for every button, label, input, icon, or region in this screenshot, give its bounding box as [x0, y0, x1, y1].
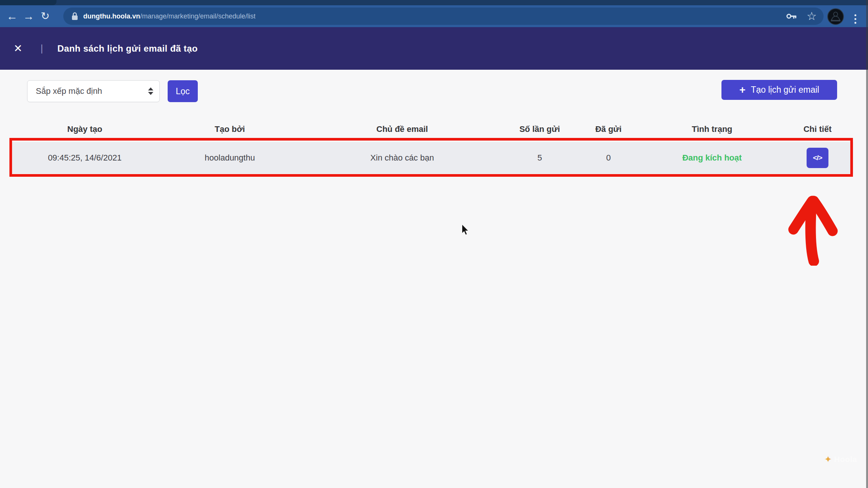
table-row[interactable]: 09:45:25, 14/6/2021 hooladungthu Xin chà…	[9, 142, 853, 174]
browser-tab-strip	[0, 0, 868, 5]
sort-select[interactable]: Sắp xếp mặc định	[27, 80, 160, 102]
address-bar[interactable]: dungthu.hoola.vn/manage/marketing/email/…	[63, 8, 824, 25]
browser-menu-icon[interactable]	[851, 11, 860, 27]
watermark: ✦ Hoola	[824, 454, 857, 465]
annotation-arrow-up-icon	[784, 183, 841, 266]
filter-button[interactable]: Lọc	[168, 80, 198, 102]
profile-avatar[interactable]	[827, 8, 844, 25]
bookmark-star-icon[interactable]: ☆	[807, 11, 817, 22]
create-schedule-button[interactable]: + Tạo lịch gửi email	[721, 80, 837, 100]
cell-created-by: hooladungthu	[160, 153, 300, 163]
url-domain: dungthu.hoola.vn	[83, 12, 140, 20]
plus-icon: +	[740, 85, 746, 95]
col-created-at: Ngày tạo	[9, 124, 160, 134]
cell-created-at: 09:45:25, 14/6/2021	[9, 153, 160, 163]
col-status: Tình trạng	[642, 124, 782, 134]
window-right-edge	[866, 0, 868, 488]
reload-icon[interactable]: ↻	[37, 11, 53, 21]
app-header: ✕ | Danh sách lịch gửi email đã tạo	[0, 27, 868, 70]
cell-sent: 0	[575, 153, 642, 163]
avatar-figure-icon	[828, 9, 843, 24]
close-icon[interactable]: ✕	[14, 43, 22, 54]
browser-tab[interactable]	[0, 0, 57, 5]
lock-icon	[72, 12, 78, 20]
back-icon[interactable]: ←	[4, 11, 20, 22]
status-badge: Đang kích hoạt	[642, 153, 782, 163]
sort-select-value: Sắp xếp mặc định	[36, 86, 102, 96]
col-send-count: Số lần gửi	[505, 124, 575, 134]
col-created-by: Tạo bởi	[160, 124, 300, 134]
password-key-icon[interactable]	[785, 11, 797, 22]
watermark-text: Hoola	[834, 455, 857, 464]
col-sent: Đã gửi	[575, 124, 642, 134]
detail-code-button[interactable]: </>	[807, 148, 828, 168]
forward-icon[interactable]: →	[20, 11, 37, 22]
cell-subject: Xin chào các bạn	[300, 153, 505, 163]
select-updown-icon	[148, 87, 153, 95]
col-subject: Chủ đề email	[300, 124, 505, 134]
cell-detail: </>	[782, 148, 853, 168]
page-title: Danh sách lịch gửi email đã tạo	[57, 43, 198, 54]
cell-send-count: 5	[505, 153, 575, 163]
col-detail: Chi tiết	[782, 124, 853, 134]
browser-toolbar: ← → ↻ dungthu.hoola.vn/manage/marketing/…	[0, 5, 868, 27]
create-schedule-label: Tạo lịch gửi email	[751, 85, 819, 95]
header-divider: |	[40, 43, 43, 54]
page: ← → ↻ dungthu.hoola.vn/manage/marketing/…	[0, 0, 868, 488]
url-text: dungthu.hoola.vn/manage/marketing/email/…	[83, 12, 255, 20]
sparkle-icon: ✦	[824, 454, 832, 465]
table-header: Ngày tạo Tạo bởi Chủ đề email Số lần gửi…	[9, 121, 853, 138]
url-path: /manage/marketing/email/schedule/list	[140, 12, 255, 20]
mouse-cursor	[460, 224, 470, 236]
